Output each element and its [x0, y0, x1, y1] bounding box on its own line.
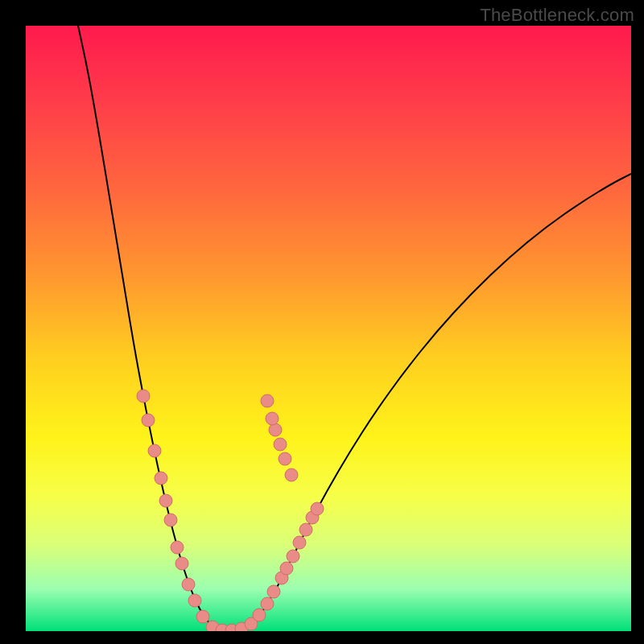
highlight-dot: [253, 609, 266, 621]
highlight-dot: [155, 472, 167, 485]
highlight-dot: [267, 585, 280, 598]
highlight-dot: [164, 514, 177, 526]
highlight-dot: [182, 578, 195, 591]
highlight-dot: [299, 523, 312, 536]
highlight-dot: [142, 414, 155, 427]
chart-svg: [26, 26, 631, 631]
watermark-label: TheBottleneck.com: [480, 5, 634, 26]
highlight-dot: [269, 423, 282, 436]
highlight-dot: [261, 394, 274, 407]
highlight-dot: [148, 444, 161, 457]
highlight-dot: [159, 494, 172, 507]
highlight-dot: [196, 610, 209, 623]
highlight-dot: [188, 594, 201, 607]
highlight-dot: [274, 438, 287, 451]
highlight-dot: [280, 562, 293, 575]
bottleneck-curve: [78, 26, 631, 630]
chart-frame: TheBottleneck.com: [0, 0, 644, 644]
highlight-dot: [137, 390, 150, 402]
highlight-dot: [293, 536, 306, 549]
highlight-dot: [266, 412, 279, 425]
highlight-dot: [175, 557, 188, 570]
highlight-dot: [287, 550, 299, 563]
highlight-dot: [171, 541, 184, 554]
plot-area: [26, 26, 631, 631]
highlight-dot: [285, 469, 298, 481]
highlight-dot: [261, 597, 274, 610]
highlight-dot: [279, 452, 291, 465]
highlight-dot: [311, 502, 324, 515]
